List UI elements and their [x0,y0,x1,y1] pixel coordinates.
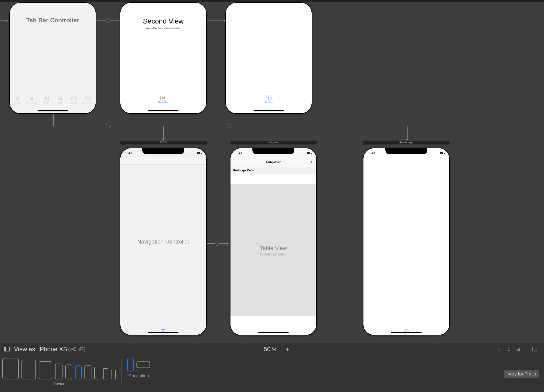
device-iphone-xs-max[interactable] [55,363,63,379]
device-iphone-8[interactable] [94,367,100,379]
orientation-group-label: Orientation [128,373,149,378]
tab-item-todo[interactable]: ☑TO DO [39,96,53,107]
prototype-cell[interactable] [231,174,316,184]
toolbar-strip [0,0,544,2]
storyboard-canvas[interactable]: Tab Bar Controller 15Kalender 🧺Einkaufsl… [0,2,544,343]
battery-icon [196,152,201,154]
tab-item-einstellungen[interactable]: ⚙Einstellungen [81,96,95,107]
scene-tab-bar-controller[interactable]: Tab Bar Controller 15Kalender 🧺Einkaufsl… [9,2,96,114]
status-time: 9:41 [125,151,132,155]
device-ipad-9[interactable] [39,361,52,379]
chat-icon: 💬 [57,96,63,101]
update-frames-icon[interactable]: ◌ [497,346,503,352]
device-ipad-12[interactable] [2,358,19,379]
battery-icon [439,152,444,154]
device-picker: Device Orientation [0,355,544,392]
table-view-label: Table View [231,245,316,251]
navigation-bar: Aufgaben + [231,158,316,167]
view-as-row: View as: iPhone XS (wC hR) − 50 % ＋ ◌ ⤓ … [0,343,544,355]
embed-in-icon[interactable]: ⤓ [506,346,512,352]
pin-icon[interactable]: ⊢⊣ [524,346,531,352]
segue-v-settings [407,126,408,140]
battery-icon [306,152,311,154]
notch [252,148,294,154]
orientation-landscape[interactable] [136,362,150,368]
notch [385,148,427,154]
vary-for-traits-button[interactable]: Vary for Traits [504,370,539,378]
home-bar [38,110,68,111]
trait-bar: View as: iPhone XS (wC hR) − 50 % ＋ ◌ ⤓ … [0,343,544,392]
tab-item-chat[interactable]: 💬Chat [53,96,66,107]
nav-bar-empty [120,158,206,165]
segue-v-todo [163,126,164,140]
device-iphone-4s[interactable] [111,370,116,379]
nav-title: Aufgaben [265,160,281,164]
scene-navigation-controller[interactable]: 9:41 Navigation Controller ☑ [120,148,207,335]
home-bar [148,332,178,333]
scene-second-view[interactable]: Second View Loaded by SecondViewControll… [120,2,207,114]
divider [121,358,122,384]
device-group-label: Device [53,381,65,386]
home-bar [148,110,178,111]
segue-line-2 [207,21,225,21]
scene-bar-einstellungen[interactable]: Einstellungen [363,141,450,144]
scene-table-view[interactable]: 9:41 Aufgaben + Prototype Cells Table Vi… [230,148,317,335]
second-view-subtitle: Loaded by SecondViewController [120,27,206,30]
clipboard-icon: ☑ [43,96,48,101]
segue-circle-1[interactable] [106,18,111,23]
document-outline-toggle-icon[interactable] [4,347,10,352]
status-time: 9:41 [369,151,375,155]
tab-item-kalender[interactable]: 15Kalender [11,96,24,107]
euro-icon: € [71,96,77,101]
entry-arrow-icon [6,20,8,22]
device-iphone-se[interactable] [103,368,108,379]
zoom-out-button[interactable]: − [253,345,257,353]
scene-bar-todo[interactable]: TO DO [120,141,207,144]
notch [142,148,184,154]
arrowhead-icon [224,20,226,22]
interface-builder-root: Tab Bar Controller 15Kalender 🧺Einkaufsl… [0,0,544,392]
scene-bar-aufgaben[interactable]: Aufgaben [230,141,317,144]
home-bar [258,332,289,333]
arrowhead-table-icon [227,242,229,245]
device-ipad-11[interactable] [21,360,36,379]
entry-line [0,21,6,21]
tabbar-controller-title: Tab Bar Controller [10,17,96,24]
calendar-icon: 15 [15,96,20,101]
tab-item-einkaufsliste[interactable]: 🧺Einkaufsliste [25,96,38,107]
zoom-level-label: 50 % [264,346,278,353]
second-view-title: Second View [120,17,206,25]
gear-icon: ⚙ [85,96,91,101]
orientation-portrait[interactable] [127,358,134,371]
prototype-cells-header: Prototype Cells [231,167,316,174]
zoom-controls: − 50 % ＋ [253,345,291,354]
view-as-label[interactable]: View as: iPhone XS [14,346,67,353]
scene-schulden-view[interactable]: €Schulden [225,2,312,114]
status-time: 9:41 [236,151,242,155]
prototype-content-label: Prototype Content [231,252,316,256]
tab-item-schulden[interactable]: €Schulden [67,96,81,107]
segue-circle-2[interactable] [106,124,111,128]
euro-icon: € [266,95,272,100]
basket-icon: 🧺 [160,95,166,100]
device-iphone-xs[interactable] [75,365,82,379]
navigation-controller-label: Navigation Controller [120,238,206,245]
layout-tools: ◌ ⤓ ⊟ ⊢⊣ ⊦△⊣ [497,346,540,352]
table-background: Table View Prototype Content [231,184,316,316]
device-iphone-xr[interactable] [65,364,72,379]
tab-item-schulden-single[interactable]: €Schulden [262,95,276,106]
tab-item-einkaufsliste-single[interactable]: 🧺Einkaufsliste [157,95,170,106]
home-bar [254,110,284,111]
segue-vline-1 [53,114,54,126]
resolve-issues-icon[interactable]: ⊦△⊣ [534,346,540,352]
scene-einstellungen[interactable]: 9:41 ⚙ [363,148,450,335]
add-button[interactable]: + [310,159,313,165]
align-icon[interactable]: ⊟ [515,346,521,352]
segue-circle-4[interactable] [215,241,219,246]
zoom-in-button[interactable]: ＋ [284,345,291,354]
basket-icon: 🧺 [29,96,34,101]
segue-circle-3[interactable] [227,124,231,128]
home-bar [391,332,421,333]
device-iphone-8-plus[interactable] [84,365,91,379]
